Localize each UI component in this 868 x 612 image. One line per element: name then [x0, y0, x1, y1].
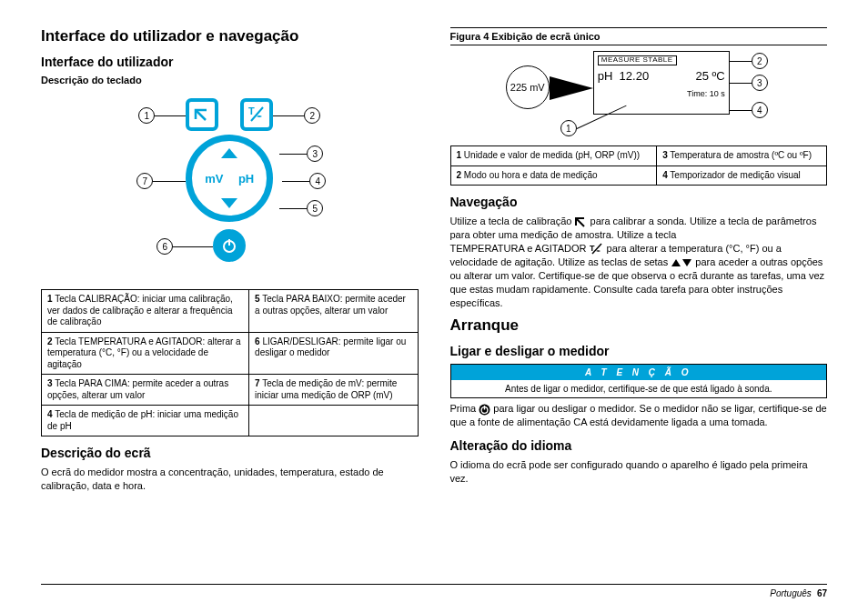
- power-button: [213, 229, 246, 262]
- attention-body: Antes de ligar o medidor, certifique-se …: [451, 380, 827, 397]
- temperature-stirrer-icon: T: [247, 105, 267, 125]
- svg-marker-8: [671, 259, 681, 266]
- keypad-legend-table: 1 Tecla CALIBRAÇÃO: iniciar uma calibraç…: [41, 289, 419, 436]
- softkey-temp-stirrer: T: [240, 98, 273, 131]
- heading-navigation: Navegação: [450, 195, 828, 209]
- heading-ui: Interface do utilizador: [41, 55, 419, 69]
- temperature-stirrer-icon: T: [590, 243, 604, 256]
- callout-1: 1: [138, 107, 186, 124]
- timer-label: Time: 10 s: [598, 90, 725, 99]
- svg-marker-9: [682, 259, 691, 266]
- table-row: 2 Tecla TEMPERATURA e AGITADOR: alterar …: [42, 332, 419, 375]
- right-column: Figura 4 Exibição de ecrã único 225 mV M…: [450, 27, 828, 578]
- two-column-layout: Interface do utilizador e navegação Inte…: [41, 27, 827, 578]
- table-row: 3 Tecla PARA CIMA: permite aceder a outr…: [42, 375, 419, 406]
- softkey-calibration: [186, 98, 218, 131]
- language-text: O idioma do ecrã pode ser configurado qu…: [450, 458, 828, 486]
- mv-label: mV: [205, 172, 223, 186]
- navigation-text: Utilize a tecla de calibração para calib…: [450, 215, 828, 309]
- power-icon: [479, 404, 490, 416]
- mv-reading: 225 mV: [506, 65, 550, 109]
- calibrate-icon: [193, 105, 211, 124]
- callout-6: 6: [156, 238, 213, 255]
- heading-main: Interface do utilizador e navegação: [41, 27, 419, 45]
- table-row: 4 Tecla de medição de pH: iniciar uma me…: [42, 406, 419, 436]
- display-figure: 225 mV MEASURE STABLE pH 12.20 25 ºC Tim…: [502, 47, 775, 138]
- power-text: Prima para ligar ou desligar o medidor. …: [450, 402, 828, 429]
- chevron-down-icon: [221, 198, 237, 208]
- table-row: 2 Modo ou hora e data de medição 4 Tempo…: [450, 166, 827, 186]
- measure-stable-label: MEASURE STABLE: [598, 55, 677, 65]
- display-legend-table: 1 Unidade e valor de medida (pH, ORP (mV…: [450, 145, 828, 186]
- page: Interface do utilizador e navegação Inte…: [0, 0, 868, 612]
- screen-description: O ecrã do medidor mostra a concentração,…: [41, 466, 419, 493]
- footer-page: 67: [817, 588, 827, 598]
- heading-power: Ligar e desligar o medidor: [450, 344, 828, 358]
- heading-keypad: Descrição do teclado: [41, 75, 419, 85]
- callout-5: 5: [279, 200, 323, 216]
- table-row: 1 Unidade e valor de medida (pH, ORP (mV…: [450, 146, 827, 166]
- footer-language: Português: [770, 588, 812, 598]
- d-callout-4: 4: [730, 102, 768, 118]
- ph-label: pH: [238, 172, 254, 186]
- callout-3: 3: [279, 145, 323, 162]
- heading-language: Alteração do idioma: [450, 438, 828, 453]
- attention-box: A T E N Ç Ã O Antes de ligar o medidor, …: [450, 364, 828, 398]
- table-row: 1 Tecla CALIBRAÇÃO: iniciar uma calibraç…: [42, 290, 419, 333]
- arrow-icon: [550, 76, 593, 100]
- nav-ring: mV pH: [186, 135, 273, 222]
- d-callout-2: 2: [730, 53, 768, 69]
- keypad-diagram: T mV pH 1: [102, 91, 357, 282]
- lcd-screen: MEASURE STABLE pH 12.20 25 ºC Time: 10 s: [593, 51, 730, 115]
- figure-caption: Figura 4 Exibição de ecrã único: [450, 27, 828, 45]
- heading-screen: Descrição do ecrã: [41, 446, 419, 460]
- calibrate-icon: [574, 216, 587, 228]
- chevron-up-icon: [221, 148, 237, 158]
- callout-2: 2: [273, 107, 320, 124]
- callout-4: 4: [282, 173, 326, 189]
- svg-line-5: [576, 218, 584, 226]
- heading-startup: Arranque: [450, 316, 828, 335]
- callout-7: 7: [136, 173, 186, 189]
- svg-line-0: [196, 110, 206, 120]
- chevron-up-icon: [671, 258, 681, 267]
- svg-text:T: T: [248, 105, 255, 116]
- attention-heading: A T E N Ç Ã O: [451, 365, 827, 380]
- left-column: Interface do utilizador e navegação Inte…: [41, 27, 419, 578]
- page-footer: Português 67: [41, 584, 827, 598]
- chevron-down-icon: [681, 258, 692, 267]
- d-callout-1: 1: [560, 120, 631, 136]
- power-icon: [221, 237, 237, 254]
- d-callout-3: 3: [730, 75, 768, 91]
